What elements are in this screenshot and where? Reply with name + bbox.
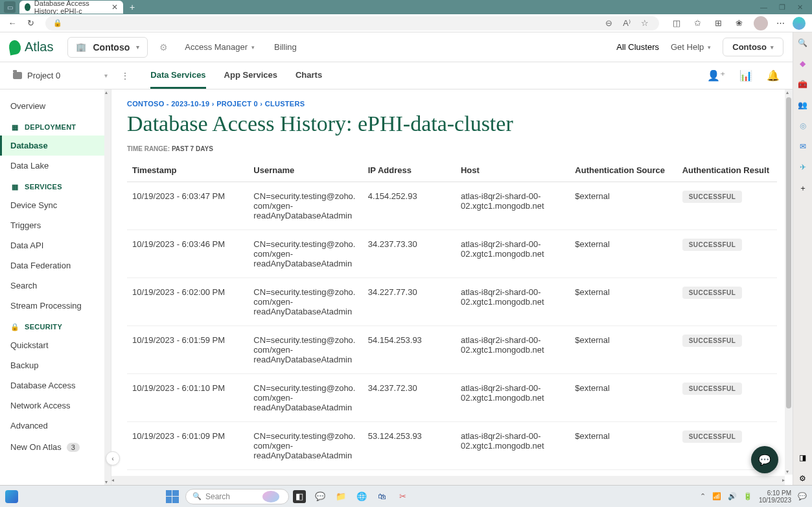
activity-icon[interactable]: 📊 bbox=[739, 69, 752, 82]
back-icon[interactable]: ← bbox=[6, 18, 18, 29]
sidebar-tag-icon[interactable]: ◆ bbox=[796, 57, 809, 70]
column-header[interactable]: Authentication Source bbox=[570, 159, 677, 182]
explorer-icon[interactable]: 📁 bbox=[334, 490, 347, 503]
sub-tab-data-services[interactable]: Data Services bbox=[150, 62, 205, 89]
favorites-bar-icon[interactable]: ✩ bbox=[691, 18, 703, 29]
tab-actions-icon[interactable]: ▭ bbox=[4, 1, 16, 13]
sidebar-games-icon[interactable]: 👥 bbox=[796, 99, 809, 112]
org-settings-icon[interactable]: ⚙ bbox=[159, 42, 168, 53]
more-icon[interactable]: ⋯ bbox=[774, 18, 786, 29]
sidebar-item-database-access[interactable]: Database Access bbox=[0, 375, 111, 395]
sidebar-item-search[interactable]: Search bbox=[0, 276, 111, 296]
sidebar-outlook-icon[interactable]: ✉ bbox=[796, 140, 809, 153]
search-highlight-icon bbox=[262, 491, 279, 502]
browser-tab[interactable]: Database Access History: ePHI-c ✕ bbox=[19, 1, 123, 14]
store-icon[interactable]: 🛍 bbox=[376, 490, 389, 503]
sub-tab-charts[interactable]: Charts bbox=[296, 62, 322, 89]
sidebar-drop-icon[interactable]: ✈ bbox=[796, 161, 809, 174]
edge-icon[interactable]: 🌐 bbox=[355, 490, 368, 503]
breadcrumb[interactable]: CONTOSO - 2023-10-19 › PROJECT 0 › CLUST… bbox=[127, 100, 777, 108]
favorite-icon[interactable]: ☆ bbox=[638, 17, 651, 30]
tray-wifi-icon[interactable]: 📶 bbox=[712, 492, 721, 501]
cell-username: CN=security.testing@zoho.com/xgen-readAn… bbox=[248, 422, 362, 470]
column-header[interactable]: Timestamp bbox=[127, 159, 248, 182]
sidebar-overview[interactable]: Overview bbox=[0, 96, 111, 116]
sidebar-item-backup[interactable]: Backup bbox=[0, 355, 111, 375]
extensions-icon[interactable]: ⊞ bbox=[712, 18, 724, 29]
address-bar[interactable]: 🔒 ⊖ A⁾ ☆ bbox=[45, 16, 659, 30]
main-vertical-scrollbar[interactable] bbox=[785, 89, 793, 475]
all-clusters-link[interactable]: All Clusters bbox=[616, 42, 659, 52]
sidebar-add-icon[interactable]: ＋ bbox=[796, 182, 809, 195]
sidebar-item-data-lake[interactable]: Data Lake bbox=[0, 156, 111, 176]
user-org-button[interactable]: Contoso ▾ bbox=[723, 38, 783, 56]
column-header[interactable]: Username bbox=[248, 159, 362, 182]
sidebar-collapse-button[interactable]: ‹ bbox=[106, 451, 120, 466]
main-horizontal-scrollbar[interactable] bbox=[111, 476, 785, 485]
caret-down-icon: ▾ bbox=[708, 44, 711, 51]
sidebar-item-database[interactable]: Database bbox=[0, 136, 111, 156]
sidebar-office-icon[interactable]: ◎ bbox=[796, 119, 809, 132]
leaf-icon bbox=[8, 39, 22, 55]
collections-icon[interactable]: ❀ bbox=[733, 18, 745, 29]
split-icon[interactable]: ◫ bbox=[671, 18, 682, 29]
close-tab-icon[interactable]: ✕ bbox=[111, 3, 118, 12]
cell-auth-result: SUCCESSFUL bbox=[677, 230, 777, 278]
taskview-icon[interactable]: ◧ bbox=[293, 490, 306, 503]
org-picker[interactable]: 🏢 Contoso ▾ bbox=[67, 37, 148, 58]
snip-icon[interactable]: ✂ bbox=[397, 490, 410, 503]
sidebar-scrollbar[interactable] bbox=[104, 89, 111, 485]
status-badge: SUCCESSFUL bbox=[682, 191, 743, 203]
copilot-icon[interactable] bbox=[793, 17, 806, 30]
status-badge: SUCCESSFUL bbox=[682, 287, 743, 299]
sidebar-item-data-federation[interactable]: Data Federation bbox=[0, 255, 111, 276]
new-count-badge: 3 bbox=[67, 443, 80, 452]
cell-host: atlas-i8qr2i-shard-00-02.xgtc1.mongodb.n… bbox=[456, 422, 570, 470]
taskbar-search[interactable]: 🔍 Search bbox=[185, 489, 289, 504]
profile-avatar[interactable] bbox=[754, 16, 768, 30]
tray-battery-icon[interactable]: 🔋 bbox=[743, 492, 752, 501]
access-manager-link[interactable]: Access Manager ▾ bbox=[185, 42, 255, 52]
cell-auth-source: $external bbox=[570, 326, 677, 374]
tray-volume-icon[interactable]: 🔊 bbox=[728, 492, 737, 501]
sidebar-settings-icon[interactable]: ⚙ bbox=[796, 472, 809, 485]
get-help-link[interactable]: Get Help ▾ bbox=[671, 42, 711, 52]
tray-chevron-icon[interactable]: ⌃ bbox=[700, 492, 706, 501]
sidebar-item-triggers[interactable]: Triggers bbox=[0, 215, 111, 235]
sidebar-item-quickstart[interactable]: Quickstart bbox=[0, 335, 111, 355]
sidebar-item-network-access[interactable]: Network Access bbox=[0, 395, 111, 416]
window-close-icon[interactable]: ✕ bbox=[797, 3, 803, 12]
new-tab-button[interactable]: + bbox=[130, 2, 135, 12]
zoom-icon[interactable]: ⊖ bbox=[602, 17, 615, 30]
billing-link[interactable]: Billing bbox=[274, 42, 297, 52]
bell-icon[interactable]: 🔔 bbox=[767, 69, 780, 82]
sidebar-item-advanced[interactable]: Advanced bbox=[0, 416, 111, 436]
sidebar-search-icon[interactable]: 🔍 bbox=[796, 36, 809, 49]
sidebar-item-device-sync[interactable]: Device Sync bbox=[0, 195, 111, 215]
sidebar-new-on-atlas[interactable]: New On Atlas 3 bbox=[0, 436, 111, 458]
sidebar-item-data-api[interactable]: Data API bbox=[0, 235, 111, 255]
sub-tab-app-services[interactable]: App Services bbox=[224, 62, 277, 89]
cell-ip: 34.227.77.30 bbox=[363, 278, 456, 326]
sidebar-tools-icon[interactable]: 🧰 bbox=[796, 78, 809, 91]
column-header[interactable]: Host bbox=[456, 159, 570, 182]
sidebar-item-stream-processing[interactable]: Stream Processing bbox=[0, 296, 111, 316]
notifications-icon[interactable]: 💬 bbox=[798, 492, 807, 501]
sidebar-panel-icon[interactable]: ◨ bbox=[796, 451, 809, 464]
system-clock[interactable]: 6:10 PM 10/19/2023 bbox=[759, 489, 791, 504]
chat-fab[interactable]: 💬 bbox=[751, 446, 778, 473]
column-header[interactable]: IP Address bbox=[363, 159, 456, 182]
widgets-icon[interactable] bbox=[5, 490, 18, 503]
cell-ip: 54.154.253.93 bbox=[363, 326, 456, 374]
column-header[interactable]: Authentication Result bbox=[677, 159, 777, 182]
refresh-icon[interactable]: ↻ bbox=[25, 18, 36, 29]
project-picker[interactable]: Project 0 ▾ bbox=[9, 68, 111, 83]
window-minimize-icon[interactable]: — bbox=[760, 3, 767, 11]
teams-icon[interactable]: 💬 bbox=[314, 490, 327, 503]
window-maximize-icon[interactable]: ❐ bbox=[779, 3, 785, 12]
project-menu-icon[interactable]: ⋮ bbox=[118, 71, 132, 81]
invite-icon[interactable]: 👤⁺ bbox=[707, 69, 725, 82]
atlas-logo[interactable]: Atlas bbox=[9, 40, 53, 54]
read-aloud-icon[interactable]: A⁾ bbox=[620, 17, 633, 30]
start-button[interactable] bbox=[166, 490, 179, 503]
